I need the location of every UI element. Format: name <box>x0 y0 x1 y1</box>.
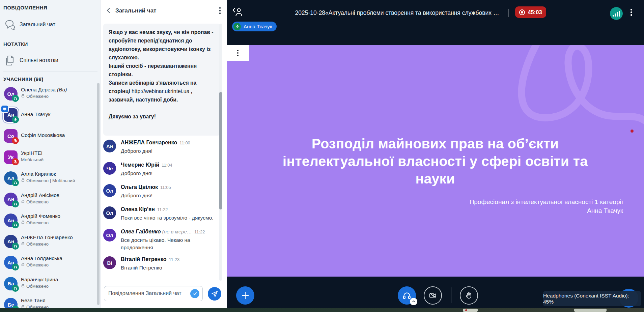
slide-title-line: науки <box>260 170 611 188</box>
lock-icon <box>21 305 25 308</box>
chat-title: Загальний чат <box>115 7 156 14</box>
participant-row[interactable]: АнАндрій ФоменкоОбмежено <box>0 211 97 231</box>
participant-name: Анна Голданська <box>21 255 62 261</box>
message-avatar: Ол <box>103 206 116 219</box>
message-time: 11:22 <box>157 207 168 212</box>
chat-message-input[interactable] <box>108 287 186 300</box>
sidebar-scrollbar[interactable] <box>97 83 100 305</box>
recording-indicator[interactable]: 45:03 <box>515 6 546 18</box>
participant-row[interactable]: АнАндрій АнісімовОбмежено <box>0 191 97 210</box>
message-header: Віталій Петренко11:23 <box>121 256 220 262</box>
message-author: Віталій Петренко <box>121 256 167 262</box>
message-avatar: Ол <box>103 184 116 197</box>
lock-icon <box>21 178 25 183</box>
participant-name: Анна Ткачук <box>21 111 50 117</box>
message-author-note: (не в мере… <box>161 229 192 234</box>
check-icon[interactable] <box>190 289 199 298</box>
participant-status: Обмежено <box>21 242 49 247</box>
message-author: Олена Кір'ян <box>121 206 155 212</box>
participant-avatar: Ал <box>4 171 18 185</box>
message-time: 11:22 <box>194 229 205 234</box>
message-header: АНЖЕЛА Гончаренко11:00 <box>121 139 220 146</box>
raise-hand-button[interactable] <box>460 286 478 305</box>
notes-section-label: НОТАТКИ <box>3 41 28 47</box>
participant-avatar: Ан <box>4 108 18 122</box>
taskbar-fragment <box>574 309 607 312</box>
chat-options-kebab-icon[interactable] <box>219 7 221 14</box>
participant-avatar: Ол <box>4 87 18 101</box>
connection-status-icon[interactable] <box>610 7 623 20</box>
camera-off-button[interactable] <box>424 286 442 305</box>
participant-row[interactable]: АнАнна ГолданськаОбмежено <box>0 254 97 273</box>
talking-mic-icon <box>233 23 241 30</box>
participant-status: Обмежено <box>21 94 49 99</box>
chat-scrollbar-thumb[interactable] <box>219 92 222 209</box>
participant-row[interactable]: СоСофія Моховікова <box>0 127 97 147</box>
chat-messages-list: АнАНЖЕЛА Гончаренко11:00Доброго дня!ЧеЧе… <box>103 139 220 278</box>
participant-status: Обмежено <box>21 305 49 308</box>
message-header: Олег Гайденко (не в мере…11:22 <box>121 228 220 235</box>
slide-subtitle: Професіонал з інтелектуальної власності … <box>470 198 623 215</box>
chat-panel: Загальний чат Якщо у вас немає звуку, чи… <box>100 0 227 308</box>
message-time: 11:05 <box>160 185 171 190</box>
sidebar-item-public-chat[interactable]: Загальний чат <box>0 18 98 32</box>
message-time: 11:04 <box>162 163 172 168</box>
participant-row[interactable]: АнАнна Ткачук <box>0 106 97 126</box>
participant-avatar: Ук <box>4 150 18 164</box>
stage-options-kebab-icon[interactable] <box>631 9 632 16</box>
sidebar-divider <box>3 72 97 72</box>
participant-avatar: Бе <box>4 298 18 308</box>
participant-row[interactable]: ОлОлена Дереза (Ви)Обмежено <box>0 85 97 105</box>
chat-message: ЧеЧемерис Юрій11:04Доброго дня! <box>103 161 220 179</box>
sidebar-item-label: Загальний чат <box>20 22 55 28</box>
participant-row[interactable]: УкУкрІНТЕІМобільний <box>0 148 97 168</box>
participant-status: Обмежено <box>21 262 49 267</box>
lock-icon <box>21 262 25 267</box>
participant-name: Олена Дереза (Ви) <box>21 87 67 93</box>
system-message-paragraph: Записи вебінарів з'являються на сторінці… <box>109 79 215 104</box>
slide-title-line: Розподіл майнових прав на об’єкти <box>260 135 611 152</box>
lock-icon <box>21 242 25 247</box>
headphones-badge-icon <box>12 95 19 102</box>
headphones-badge-icon <box>12 306 19 308</box>
slide-title: Розподіл майнових прав на об’єкти інтеле… <box>260 135 611 188</box>
participant-status: Обмежено <box>21 199 49 204</box>
participant-row[interactable]: АлАлла КирилюкОбмежено | Мобільний <box>0 169 97 189</box>
participant-row[interactable]: БеБезе ТаняОбмежено <box>0 296 97 308</box>
chat-back-button[interactable] <box>105 7 113 15</box>
participant-name: Андрій Анісімов <box>21 192 59 198</box>
mic-muted-badge-icon <box>12 158 19 165</box>
send-message-button[interactable] <box>208 287 221 301</box>
chat-message: ОлОлег Гайденко (не в мере…11:22Все доси… <box>103 228 220 251</box>
message-author: АНЖЕЛА Гончаренко <box>121 140 177 145</box>
lock-icon <box>21 94 25 99</box>
webinar-link[interactable]: http://webinar.ukrintei.ua <box>132 88 189 94</box>
hide-userlist-icon[interactable] <box>232 7 244 18</box>
chat-scrollbar[interactable] <box>219 24 222 281</box>
lock-icon <box>21 199 25 204</box>
actionbar-divider <box>451 287 451 303</box>
talking-indicator[interactable]: Анна Ткачук <box>232 22 277 31</box>
participant-avatar: Ан <box>4 235 18 248</box>
audio-options-chevron-up-icon[interactable] <box>410 298 417 305</box>
presentation-options-button[interactable] <box>227 45 249 61</box>
participant-row[interactable]: АнАНЖЕЛА ГончаренкоОбмежено <box>0 233 97 252</box>
recording-time: 45:03 <box>528 9 542 16</box>
message-header: Чемерис Юрій11:04 <box>121 161 220 168</box>
slide-subtitle-role: Професіонал з інтелектуальної власності … <box>470 198 623 206</box>
participants-section-label: УЧАСНИКИ (98) <box>3 76 44 82</box>
chat-bubbles-icon <box>4 19 16 31</box>
sidebar-item-shared-notes[interactable]: Спільні нотатки <box>0 53 98 68</box>
chat-message: ОлОльга Цвілюк11:05Доброго дня! <box>103 183 220 201</box>
participant-row[interactable]: БаБаранчук ІринаОбмежено <box>0 275 97 294</box>
message-text: Доброго дня! <box>121 170 220 177</box>
message-avatar: Ан <box>103 140 116 152</box>
taskbar-fragment <box>463 309 478 312</box>
sidebar: ПОВІДОМЛЕННЯ Загальний чат НОТАТКИ Спіль… <box>0 0 100 308</box>
message-text: Доброго дня! <box>121 192 220 199</box>
system-message-paragraph: Якщо у вас немає звуку, чи він пропав - … <box>109 28 215 62</box>
actions-plus-button[interactable] <box>236 286 254 305</box>
headphones-badge-icon <box>12 243 19 250</box>
messages-section-label: ПОВІДОМЛЕННЯ <box>3 5 47 10</box>
presentation-area: Анна Ткачук 2025-10-28«Актуальні проблем… <box>227 0 644 308</box>
